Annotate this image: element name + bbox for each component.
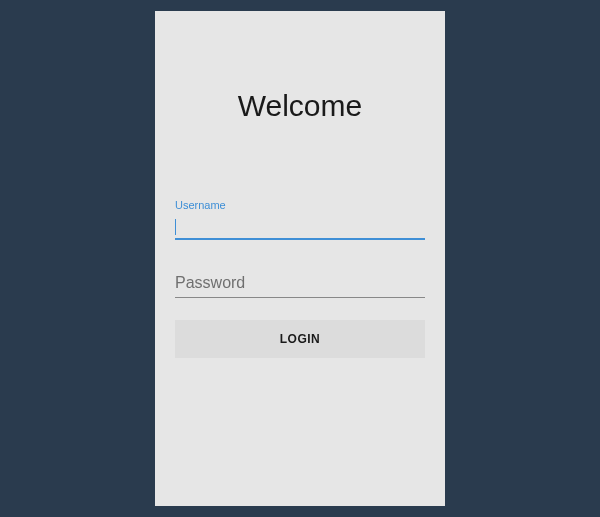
welcome-title: Welcome bbox=[155, 89, 445, 123]
password-input[interactable] bbox=[175, 268, 425, 298]
text-cursor bbox=[175, 219, 176, 235]
login-button[interactable]: LOGIN bbox=[175, 320, 425, 358]
username-label: Username bbox=[175, 199, 425, 211]
username-field: Username bbox=[175, 199, 425, 240]
username-input[interactable] bbox=[175, 215, 425, 240]
login-screen: Welcome Username LOGIN bbox=[155, 11, 445, 506]
password-field bbox=[175, 268, 425, 298]
login-form: Username LOGIN bbox=[155, 199, 445, 358]
